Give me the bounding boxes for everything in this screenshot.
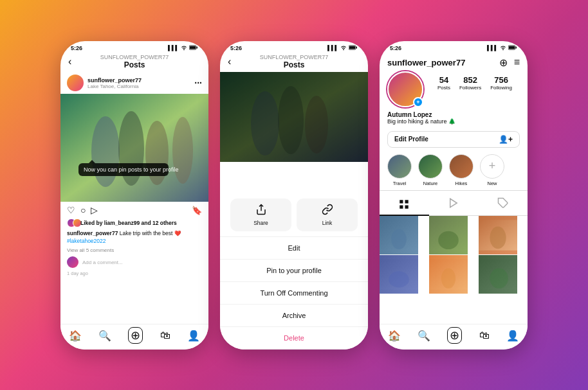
svg-rect-10	[356, 46, 358, 48]
svg-point-4	[91, 116, 120, 187]
wifi-icon-center	[340, 45, 347, 51]
post-caption-left: sunflower_power77 Lake trip with the bes…	[60, 229, 208, 247]
tab-reels[interactable]	[429, 195, 479, 211]
comment-button-left[interactable]: ○	[80, 205, 86, 215]
status-bar-right: 5:26 ▌▌▌	[380, 41, 528, 53]
photo-cell-6[interactable]	[479, 255, 517, 294]
time-left: 5:26	[71, 45, 82, 51]
svg-rect-17	[509, 46, 515, 49]
nav-home-left[interactable]: 🏠	[69, 330, 82, 342]
edit-profile-button[interactable]: Edit Profile 👤+	[387, 131, 520, 148]
battery-icon-center	[349, 45, 358, 51]
highlight-hikes[interactable]: Hikes	[449, 154, 473, 186]
tab-tagged[interactable]	[478, 195, 528, 211]
svg-rect-18	[516, 46, 517, 48]
nav-create-right[interactable]: ⊕	[447, 327, 462, 344]
bottom-nav-left: 🏠 🔍 ⊕ 🛍 👤	[60, 324, 208, 350]
nav-shop-right[interactable]: 🛍	[479, 330, 490, 341]
posts-label: Posts	[437, 85, 450, 91]
photo-cell-4[interactable]	[380, 255, 418, 294]
battery-icon-right	[508, 45, 517, 51]
bio-text: Big into hiking & nature 🌲	[387, 118, 520, 125]
svg-point-13	[278, 86, 304, 154]
nav-title-col-center: SUNFLOWER_POWER77 Posts	[260, 54, 329, 70]
stat-followers[interactable]: 852 Followers	[459, 75, 481, 91]
profile-header-right: sunflower_power77 ⊕ ≡	[380, 53, 528, 71]
status-icons-left: ▌▌▌	[168, 45, 198, 51]
status-icons-center: ▌▌▌	[327, 45, 358, 51]
link-label-center: Link	[322, 220, 333, 226]
time-center: 5:26	[230, 45, 242, 51]
svg-rect-1	[190, 46, 196, 49]
signal-icon: ▌▌▌	[168, 45, 179, 51]
svg-point-26	[391, 229, 407, 249]
share-button-left[interactable]: ▷	[91, 205, 98, 215]
signal-icon-center: ▌▌▌	[327, 45, 338, 51]
bookmark-button-left[interactable]: 🔖	[192, 206, 202, 215]
highlight-label-hikes: Hikes	[455, 181, 468, 186]
post-user-info-left: sunflower_power77 Lake Tahoe, California	[87, 77, 190, 89]
status-icons-right: ▌▌▌	[487, 45, 517, 51]
pin-button-center[interactable]: Pin to your profile	[220, 260, 368, 282]
link-button-center[interactable]: Link	[297, 199, 358, 231]
photo-grid	[380, 216, 528, 294]
highlight-travel[interactable]: Travel	[387, 154, 412, 186]
highlight-new[interactable]: + New	[480, 154, 504, 186]
photo-cell-2[interactable]	[429, 216, 468, 254]
nav-search-left[interactable]: 🔍	[98, 330, 111, 342]
profile-username-right: sunflower_power77	[387, 58, 465, 67]
back-button-center[interactable]: ‹	[228, 56, 231, 67]
nav-profile-right[interactable]: 👤	[506, 330, 519, 342]
share-button-center[interactable]: Share	[230, 199, 291, 231]
post-header-left: sunflower_power77 Lake Tahoe, California…	[60, 72, 208, 94]
nav-username-center: SUNFLOWER_POWER77	[260, 54, 329, 61]
highlight-label-new: New	[487, 181, 497, 186]
like-button-left[interactable]: ♡	[67, 205, 75, 215]
action-sheet-center: Share Link Edit Pin to your profile Turn…	[220, 188, 368, 350]
delete-button-center[interactable]: Delete	[220, 327, 368, 350]
photo-cell-1[interactable]	[380, 216, 418, 254]
stat-posts[interactable]: 54 Posts	[437, 75, 450, 91]
nav-shop-left[interactable]: 🛍	[160, 330, 170, 341]
caption-text-left: Lake trip with the best ❤️	[120, 230, 181, 236]
highlight-nature[interactable]: Nature	[418, 154, 443, 186]
svg-rect-22	[405, 205, 409, 208]
archive-button-center[interactable]: Archive	[220, 305, 368, 327]
nav-home-right[interactable]: 🏠	[388, 330, 401, 342]
add-comment-row-left: Add a comment...	[60, 254, 208, 270]
nav-create-left[interactable]: ⊕	[128, 327, 143, 344]
post-more-button-left[interactable]: ···	[194, 78, 202, 88]
edit-button-center[interactable]: Edit	[220, 237, 368, 260]
highlight-circle-hikes	[449, 154, 473, 179]
menu-icon[interactable]: ≡	[514, 57, 520, 68]
wifi-icon-right	[500, 45, 506, 51]
highlight-circle-nature	[418, 154, 443, 179]
time-right: 5:26	[390, 45, 401, 51]
photo-cell-5[interactable]	[429, 255, 468, 294]
status-bar-center: 5:26 ▌▌▌	[220, 41, 368, 53]
add-comment-input-left[interactable]: Add a comment...	[82, 260, 123, 265]
stat-following[interactable]: 756 Following	[490, 75, 512, 91]
add-content-icon[interactable]: ⊕	[499, 57, 508, 69]
battery-icon	[189, 45, 198, 51]
svg-point-32	[389, 271, 409, 287]
nav-search-right[interactable]: 🔍	[418, 330, 430, 342]
tab-grid[interactable]	[380, 195, 429, 216]
add-comment-avatar-left	[67, 256, 78, 268]
caption-hashtag-left[interactable]: #laketahoe2022	[67, 238, 106, 244]
link-icon-center	[322, 204, 333, 218]
svg-point-28	[438, 231, 459, 249]
post-actions-left: ♡ ○ ▷ 🔖	[60, 202, 208, 218]
post-username-left[interactable]: sunflower_power77	[87, 77, 190, 84]
photo-cell-3[interactable]	[479, 216, 517, 254]
nav-profile-left[interactable]: 👤	[187, 330, 200, 342]
phone-right: 5:26 ▌▌▌ sunflower_power77 ⊕ ≡ + 54 Post…	[380, 41, 528, 350]
caption-username-left: sunflower_power77	[67, 230, 118, 236]
share-icon-center	[255, 204, 267, 218]
back-button-left[interactable]: ‹	[68, 56, 71, 67]
edit-profile-label: Edit Profile	[394, 136, 428, 143]
turn-off-commenting-button[interactable]: Turn Off Commenting	[220, 282, 368, 305]
status-bar-left: 5:26 ▌▌▌	[60, 41, 208, 53]
highlight-circle-travel	[387, 154, 412, 179]
view-comments-left[interactable]: View all 5 comments	[60, 247, 208, 254]
